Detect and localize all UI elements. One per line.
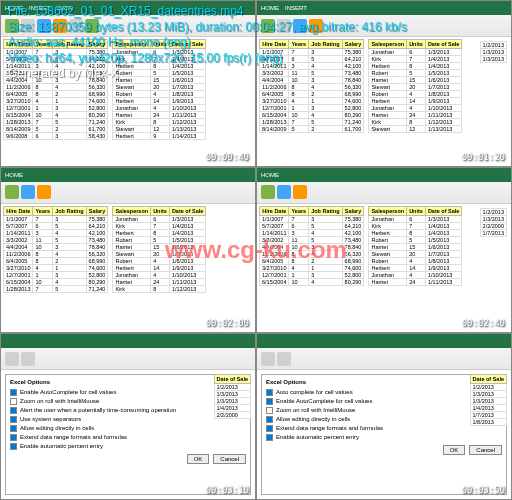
timestamp: 00:00:40 [206,152,249,162]
table-row: 3/27/20104174,600 [4,264,108,271]
table-row: 4/4/200410378,840 [260,243,364,250]
table-row: 1/4/2013 [470,405,506,412]
worksheet[interactable]: Hire DateYearsJob RatingSalary 1/1/20077… [1,204,255,333]
checkbox[interactable] [10,425,17,432]
paste-icon[interactable] [5,185,19,199]
generic-icon[interactable] [5,352,19,366]
table-row: Harriet151/6/2013 [113,243,206,250]
info-generator: Generated by Max-X [8,66,407,82]
table-row: 5/7/20076564,210 [4,222,108,229]
table-row: Jonathan61/3/2013 [113,215,206,222]
table-row: 12/7/20011352,800 [4,105,108,112]
table-row: Jonathan41/10/2013 [113,105,206,112]
table-row: Kirk81/12/2013 [113,119,206,126]
cancel-button[interactable]: Cancel [213,454,246,464]
ribbon [1,348,255,370]
table-row: 12/7/20011352,800 [260,271,364,278]
table-row: 1/28/20137571,240 [4,119,108,126]
checkbox[interactable] [10,443,17,450]
timestamp: 00:03:10 [206,485,249,495]
worksheet[interactable]: Hire DateYearsJob RatingSalary 1/1/20077… [257,204,511,333]
timestamp: 00:02:40 [462,318,505,328]
table-row: 1/2/2013 [470,384,506,391]
checkbox[interactable] [266,407,273,414]
checkbox[interactable] [10,389,17,396]
checkbox[interactable] [266,434,273,441]
table-row: 1/2/2013 [480,42,506,49]
tab-home[interactable]: HOME [261,172,279,178]
align-icon[interactable] [21,185,35,199]
option-label: Enable AutoComplete for cell values [20,389,116,396]
table-row: Jonathan61/3/2013 [369,215,462,222]
table-row: 1/2/2013 [480,208,506,215]
table-row: 11/2/20068456,320 [4,250,108,257]
table-row: 6/4/20058268,990 [260,257,364,264]
data-table-right[interactable]: SalespersonUnitsDate of Sale Jonathan61/… [368,206,462,286]
excel-tabs[interactable] [257,334,511,348]
table-row: 6/15/200410480,290 [260,112,364,119]
checkbox[interactable] [10,434,17,441]
ok-button[interactable]: OK [187,454,210,464]
checkbox[interactable] [10,398,17,405]
checkbox[interactable] [266,416,273,423]
option-label: Enable AutoComplete for cell values [276,398,372,405]
option-label: Extend data range formats and formulas [276,425,383,432]
option-label: Enable automatic percent entry [276,434,359,441]
table-row: Kirk71/4/2013 [113,222,206,229]
dialog-title: Excel Options [266,379,502,385]
table-row: Stewart201/7/2013 [113,250,206,257]
option-label: Extend data range formats and formulas [20,434,127,441]
table-row: 1/1/20077375,380 [260,215,364,222]
table-row: Kirk71/4/2013 [369,222,462,229]
dialog-title: Excel Options [10,379,246,385]
generic-icon[interactable] [261,352,275,366]
format-icon[interactable] [37,185,51,199]
side-date-table[interactable]: 1/2/2013 1/3/2013 1/3/2013 [480,41,507,63]
table-row: Kirk81/12/2013 [369,119,462,126]
excel-tabs[interactable] [1,334,255,348]
table-row: 5/7/20076564,210 [260,222,364,229]
checkbox[interactable] [10,407,17,414]
table-row: 6/15/200410480,290 [4,112,108,119]
checkbox[interactable] [266,425,273,432]
table-row: 1/14/20113442,100 [4,229,108,236]
table-row: Harriet241/11/2013 [369,112,462,119]
generic-icon[interactable] [277,352,291,366]
table-row: Kirk81/12/2013 [113,285,206,292]
checkbox[interactable] [266,389,273,396]
table-row: Stewart121/13/2013 [113,126,206,133]
table-row: 3/3/200211573,480 [260,236,364,243]
checkbox[interactable] [10,416,17,423]
excel-tabs[interactable]: HOME [1,168,255,182]
data-table-left[interactable]: Hire DateYearsJob RatingSalary 1/1/20077… [3,206,108,293]
generic-icon[interactable] [21,352,35,366]
data-table-left[interactable]: Hire DateYearsJob RatingSalary 1/1/20077… [259,206,364,286]
table-row: Jonathan41/10/2013 [369,271,462,278]
table-row: 12/7/20011352,800 [4,271,108,278]
table-row: Robert41/8/2013 [369,257,462,264]
table-row: 3/27/20104174,600 [260,98,364,105]
table-row: 1/1/20077375,380 [4,215,108,222]
ok-button[interactable]: OK [443,445,466,455]
table-row: Stewart201/7/2013 [369,250,462,257]
table-row: Stewart121/13/2013 [369,126,462,133]
paste-icon[interactable] [261,185,275,199]
checkbox[interactable] [266,398,273,405]
side-date-table[interactable]: Date of Sale 1/2/2013 1/3/2013 1/3/2013 … [214,374,251,419]
cancel-button[interactable]: Cancel [469,445,502,455]
side-date-table[interactable]: Date of Sale 1/2/2013 1/3/2013 1/3/2013 … [470,374,507,426]
table-row: 1/3/2013 [470,391,506,398]
option-label: Zoom on roll with IntelliMouse [276,407,355,414]
format-icon[interactable] [293,185,307,199]
data-table-right[interactable]: SalespersonUnitsDate of Sale Jonathan61/… [112,206,206,293]
table-row: Harriet151/6/2013 [369,243,462,250]
option-label: Enable automatic percent entry [20,443,103,450]
ribbon [257,182,511,204]
table-row: 1/3/2013 [480,49,506,56]
side-date-table[interactable]: 1/2/2013 1/3/2013 2/2/2000 1/7/2013 [480,208,507,237]
table-row: Jonathan41/10/2013 [369,105,462,112]
excel-tabs[interactable]: HOME [257,168,511,182]
align-icon[interactable] [277,185,291,199]
tab-home[interactable]: HOME [5,172,23,178]
table-row: 1/3/2013 [480,215,506,222]
